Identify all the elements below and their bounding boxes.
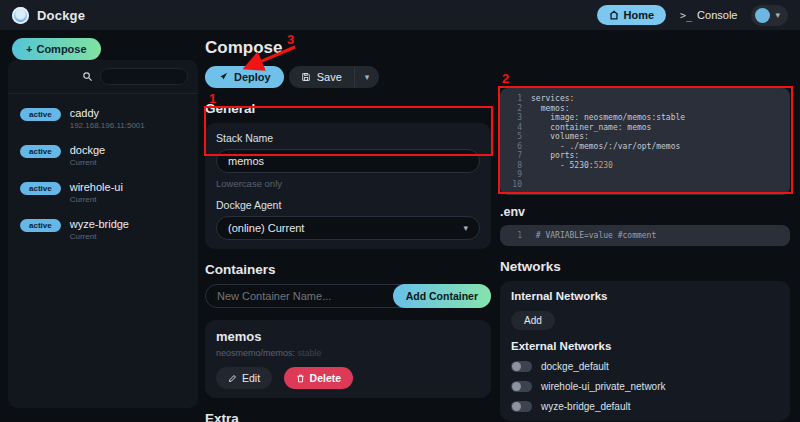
save-dropdown-button[interactable]: ▾	[354, 67, 380, 87]
add-network-button[interactable]: Add	[511, 311, 555, 330]
networks-card: Internal Networks Add External Networks …	[500, 281, 790, 421]
internal-networks-label: Internal Networks	[511, 290, 779, 302]
code-line: 2 memos:	[508, 104, 782, 114]
networks-heading: Networks	[500, 259, 790, 274]
code-line: 3 image: neosmemo/memos:stable	[508, 113, 782, 123]
code-line: 10	[508, 180, 782, 190]
external-networks-label: External Networks	[511, 340, 779, 352]
sidebar-item-wirehole-ui[interactable]: active wirehole-ui Current	[8, 174, 198, 211]
compose-yaml-editor[interactable]: 1services: 2 memos: 3 image: neosmemo/me…	[500, 88, 790, 195]
container-name: memos	[216, 329, 480, 344]
stack-name-label: Stack Name	[216, 132, 480, 144]
general-card: Stack Name Lowercase only Dockge Agent (…	[205, 123, 491, 249]
add-container-button[interactable]: Add Container	[393, 284, 491, 308]
status-badge: active	[20, 182, 61, 195]
extra-heading: Extra	[205, 411, 491, 422]
env-heading: .env	[500, 205, 790, 219]
editor-column: 1services: 2 memos: 3 image: neosmemo/me…	[500, 30, 790, 421]
page-title: Compose	[205, 38, 491, 58]
code-line: 9	[508, 170, 782, 180]
search-icon	[82, 71, 93, 82]
status-badge: active	[20, 219, 61, 232]
general-heading: General	[205, 101, 491, 116]
dockge-agent-select[interactable]: (online) Current ▾	[216, 216, 480, 240]
env-editor[interactable]: 1 # VARIABLE=value #comment	[500, 225, 790, 246]
stack-name-input[interactable]	[216, 149, 480, 173]
deploy-button[interactable]: Deploy	[205, 66, 284, 88]
external-network-row: wyze-bridge_default	[511, 401, 779, 412]
code-line: 1services:	[508, 94, 782, 104]
code-line: 7 ports:	[508, 151, 782, 161]
code-line: 8 - 5230:5230	[508, 161, 782, 171]
stack-sidebar: active caddy 192.168.196.11:5001 active …	[8, 60, 198, 408]
delete-button[interactable]: Delete	[284, 367, 354, 389]
topbar: Dockge Home >_ Console ▾	[0, 0, 800, 30]
sidebar-item-wyze-bridge[interactable]: active wyze-bridge Current	[8, 211, 198, 248]
container-card-memos: memos neosmemo/memos: stable Edit Delete	[205, 320, 491, 398]
stack-name-hint: Lowercase only	[216, 178, 480, 189]
home-icon	[609, 10, 619, 20]
code-line: 5 volumes:	[508, 132, 782, 142]
trash-icon	[296, 374, 305, 383]
save-button[interactable]: Save	[289, 66, 354, 88]
status-badge: active	[20, 145, 61, 158]
console-button[interactable]: >_ Console	[680, 9, 737, 21]
edit-icon	[228, 374, 237, 383]
dockge-logo	[12, 7, 29, 24]
chevron-down-icon: ▾	[463, 223, 468, 233]
dockge-app: Dockge Home >_ Console ▾ + Compose	[0, 0, 800, 422]
sidebar-item-dockge[interactable]: active dockge Current	[8, 137, 198, 174]
search-input[interactable]	[100, 68, 188, 85]
terminal-icon: >_	[680, 10, 692, 21]
save-button-group: Save ▾	[289, 66, 380, 88]
avatar	[755, 8, 770, 23]
network-toggle[interactable]	[511, 381, 532, 392]
dockge-agent-label: Dockge Agent	[216, 199, 480, 211]
status-badge: active	[20, 108, 61, 121]
sidebar-item-caddy[interactable]: active caddy 192.168.196.11:5001	[8, 100, 198, 137]
rocket-icon	[218, 72, 228, 82]
container-image: neosmemo/memos: stable	[216, 348, 480, 358]
network-toggle[interactable]	[511, 401, 532, 412]
chevron-down-icon: ▾	[775, 10, 780, 20]
image-tag: stable	[298, 348, 322, 358]
stack-list: active caddy 192.168.196.11:5001 active …	[8, 94, 198, 254]
network-toggle[interactable]	[511, 361, 532, 372]
compose-form: Compose Deploy Save ▾ Genera	[205, 30, 491, 422]
chevron-down-icon: ▾	[365, 72, 370, 82]
brand-title: Dockge	[37, 8, 85, 23]
code-line: 4 container_name: memos	[508, 123, 782, 133]
user-menu[interactable]: ▾	[751, 5, 788, 26]
external-network-row: dockge_default	[511, 361, 779, 372]
save-icon	[301, 72, 311, 82]
edit-button[interactable]: Edit	[216, 367, 272, 389]
external-network-row: wirehole-ui_private_network	[511, 381, 779, 392]
compose-button[interactable]: + Compose	[12, 38, 101, 60]
code-line: 6 - ./memos/:/var/opt/memos	[508, 142, 782, 152]
plus-icon: +	[26, 43, 32, 55]
home-button[interactable]: Home	[597, 5, 667, 25]
containers-heading: Containers	[205, 262, 491, 277]
